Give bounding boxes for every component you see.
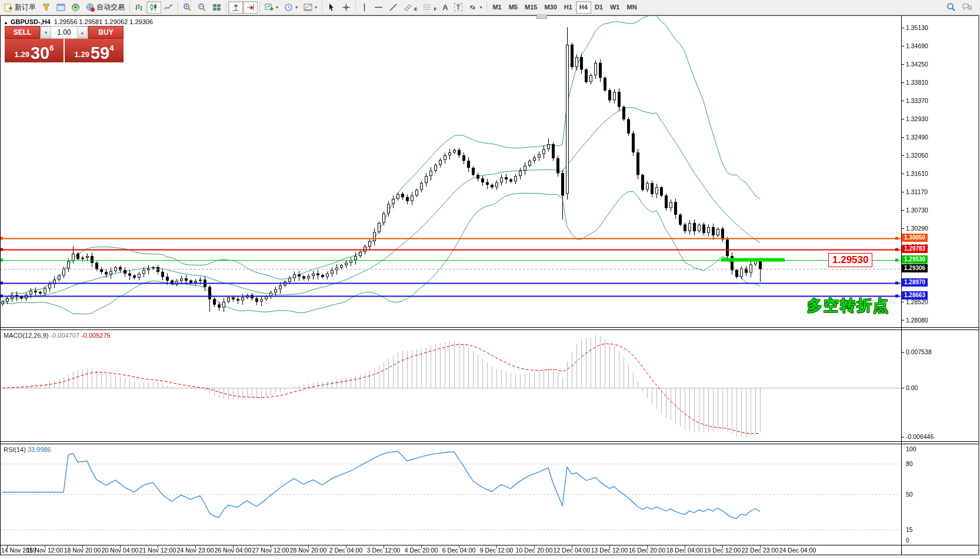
text-label-icon: T bbox=[454, 3, 463, 11]
equidistant-channel-button[interactable]: E bbox=[401, 1, 420, 14]
chat-button[interactable] bbox=[959, 1, 975, 14]
market-watch-icon bbox=[56, 3, 65, 12]
sell-price-prefix: 1.29 bbox=[15, 50, 29, 59]
toolbar: 新订单 自动交易 bbox=[0, 0, 980, 15]
price-line-tag: 1.30050 bbox=[902, 234, 928, 242]
vertical-line-button[interactable] bbox=[358, 1, 371, 14]
tile-windows-icon bbox=[212, 3, 221, 12]
sell-price-button[interactable]: 1.29 30 6 bbox=[5, 39, 64, 62]
macd-axis-tick: 0.007538 bbox=[906, 348, 932, 355]
price-axis-tick: 1.32050 bbox=[906, 152, 928, 159]
new-chart-button[interactable]: ▾ bbox=[262, 1, 281, 14]
template-icon bbox=[304, 3, 312, 12]
volume-input[interactable] bbox=[51, 26, 77, 38]
price-axis-tick: 1.32490 bbox=[906, 134, 928, 141]
time-axis-label: 27 Nov 12:00 bbox=[252, 547, 289, 554]
price-line-tag: 1.29783 bbox=[902, 245, 928, 253]
candlestick-chart-button[interactable] bbox=[146, 1, 161, 14]
line-chart-button[interactable] bbox=[161, 1, 176, 14]
text-button[interactable]: A bbox=[439, 1, 451, 14]
rsi-value: 33.9986 bbox=[28, 446, 51, 453]
time-axis-label: 2 Dec 04:00 bbox=[329, 547, 363, 554]
volume-decrease-button[interactable]: ▼ bbox=[41, 26, 51, 38]
time-axis-label: 10 Dec 20:00 bbox=[516, 547, 552, 554]
price-chart-canvas[interactable] bbox=[0, 0, 980, 559]
search-button[interactable] bbox=[944, 1, 959, 14]
templates-button[interactable]: ▾ bbox=[301, 1, 320, 14]
fibonacci-letter: F bbox=[434, 6, 436, 12]
market-watch-button[interactable] bbox=[54, 1, 68, 14]
price-axis-tick: 1.34250 bbox=[906, 61, 928, 68]
buy-price-main: 59 bbox=[91, 45, 109, 61]
toolbar-separator bbox=[486, 2, 487, 12]
clock-icon bbox=[284, 3, 293, 12]
timeframe-m5-button[interactable]: M5 bbox=[505, 1, 521, 14]
buy-button[interactable]: BUY bbox=[88, 26, 124, 39]
time-axis-label: 19 Dec 12:00 bbox=[704, 547, 741, 554]
trendline-icon bbox=[389, 3, 398, 12]
timeframe-m1-button[interactable]: M1 bbox=[489, 1, 505, 14]
pane-splitter-grip[interactable] bbox=[536, 15, 547, 19]
profile-button[interactable] bbox=[39, 1, 54, 14]
time-axis-label: 26 Nov 04:00 bbox=[215, 547, 251, 554]
time-axis-label: 16 Dec 20:00 bbox=[629, 547, 665, 554]
volume-increase-button[interactable]: ▲ bbox=[77, 26, 88, 38]
candlestick-chart-icon bbox=[149, 3, 158, 12]
timeframe-h4-button[interactable]: H4 bbox=[576, 1, 591, 14]
periods-button[interactable]: ▾ bbox=[281, 1, 301, 14]
macd-indicator-label: MACD(12,26,9) -0.004707 -0.005275 bbox=[4, 332, 111, 339]
bar-chart-icon bbox=[135, 3, 144, 12]
arrows-button[interactable]: ▾ bbox=[465, 1, 485, 14]
tile-windows-button[interactable] bbox=[209, 1, 224, 14]
auto-scroll-button[interactable] bbox=[243, 1, 258, 14]
bar-chart-button[interactable] bbox=[132, 1, 146, 14]
timeframe-m15-button[interactable]: M15 bbox=[521, 1, 541, 14]
text-label-button[interactable]: T bbox=[451, 1, 466, 14]
autotrading-label: 自动交易 bbox=[96, 2, 125, 12]
timeframe-w1-button[interactable]: W1 bbox=[606, 1, 624, 14]
turning-point-annotation[interactable]: 多空转折点 bbox=[807, 295, 889, 316]
timeframe-mn-button[interactable]: MN bbox=[623, 1, 640, 14]
sell-price-main: 30 bbox=[31, 45, 49, 61]
one-click-collapse-icon[interactable]: ▲ bbox=[4, 20, 8, 25]
rsi-indicator-label: RSI(14) 33.9986 bbox=[4, 446, 51, 453]
chevron-down-icon: ▾ bbox=[315, 5, 317, 10]
new-order-label: 新订单 bbox=[15, 2, 36, 12]
time-axis-label: 13 Dec 12:00 bbox=[591, 547, 628, 554]
line-chart-icon bbox=[164, 3, 173, 12]
price-line-tag: 1.28970 bbox=[902, 278, 928, 287]
sell-button[interactable]: SELL bbox=[5, 26, 40, 39]
timeframe-h1-button[interactable]: H1 bbox=[561, 1, 576, 14]
buy-price-button[interactable]: 1.29 59 4 bbox=[65, 39, 124, 62]
cursor-button[interactable] bbox=[324, 1, 339, 14]
price-axis-tick: 1.32930 bbox=[906, 115, 928, 122]
crosshair-button[interactable] bbox=[339, 1, 354, 14]
price-axis-tick: 1.30730 bbox=[906, 207, 928, 214]
price-level-callout[interactable]: 1.29530 bbox=[828, 253, 872, 267]
chart-shift-button[interactable] bbox=[228, 1, 243, 14]
price-line-tag: 1.29530 bbox=[902, 255, 928, 264]
trendline-button[interactable] bbox=[386, 1, 401, 14]
zoom-out-icon bbox=[198, 3, 206, 12]
channel-icon bbox=[404, 3, 412, 12]
timeframe-d1-button[interactable]: D1 bbox=[591, 1, 606, 14]
symbol-period-label: GBPUSD-,H4 bbox=[11, 18, 51, 25]
chevron-down-icon: ▾ bbox=[276, 5, 278, 10]
autotrading-button[interactable]: 自动交易 bbox=[83, 1, 128, 14]
timeframe-m30-button[interactable]: M30 bbox=[541, 1, 560, 14]
rsi-axis-tick: 80 bbox=[906, 460, 913, 467]
zoom-in-icon bbox=[183, 3, 192, 12]
chevron-down-icon: ▾ bbox=[295, 5, 298, 10]
macd-main-value: -0.004707 bbox=[50, 332, 79, 339]
fibonacci-button[interactable]: F bbox=[420, 1, 439, 14]
macd-signal-value: -0.005275 bbox=[81, 332, 111, 339]
mt4-window: 新订单 自动交易 bbox=[0, 0, 980, 559]
zoom-in-button[interactable] bbox=[180, 1, 195, 14]
signals-button[interactable] bbox=[68, 1, 83, 14]
new-order-button[interactable]: 新订单 bbox=[1, 1, 39, 14]
one-click-trading-panel: SELL ▼ ▲ BUY 1.29 30 6 1.29 59 4 bbox=[5, 26, 124, 62]
horizontal-line-button[interactable] bbox=[371, 1, 386, 14]
rsi-axis-tick: 100 bbox=[906, 445, 916, 452]
zoom-out-button[interactable] bbox=[195, 1, 209, 14]
price-line-tag: 1.28663 bbox=[902, 291, 928, 300]
